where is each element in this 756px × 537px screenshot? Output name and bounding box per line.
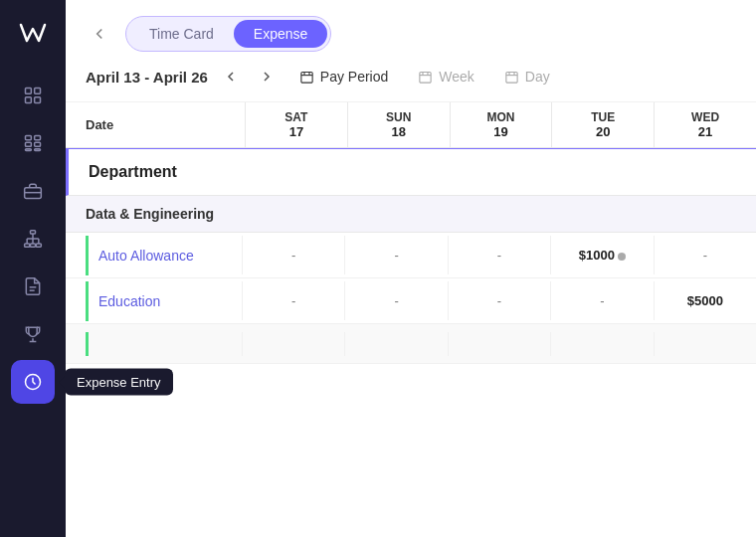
section-data-engineering: Data & Engineering <box>66 196 756 233</box>
week-label: Week <box>439 69 474 85</box>
table-body: Department Data & Engineering Auto Allow… <box>66 148 756 537</box>
section-name: Data & Engineering <box>86 206 214 222</box>
svg-rect-0 <box>26 89 32 94</box>
prev-period-button[interactable] <box>218 64 244 90</box>
sidebar-item-briefcase[interactable] <box>11 169 55 213</box>
svg-rect-7 <box>35 142 41 146</box>
main-content: Time Card Expense April 13 - April 26 <box>66 0 756 537</box>
svg-rect-1 <box>35 89 41 94</box>
sidebar: Expense Entry <box>0 0 66 537</box>
table-row-partial <box>66 324 756 364</box>
svg-rect-6 <box>26 142 32 146</box>
date-column-header: Date <box>86 107 245 142</box>
pay-period-label: Pay Period <box>320 69 388 85</box>
row-cells-partial <box>242 332 756 356</box>
table-column-headers: Date SAT 17 SUN 18 MON 19 TUE 20 WED 21 <box>66 102 756 148</box>
days-headers: SAT 17 SUN 18 MON 19 TUE 20 WED 21 <box>245 102 756 147</box>
date-navigation: April 13 - April 26 Pay Period <box>86 64 736 90</box>
day-header-wed: WED 21 <box>654 102 756 147</box>
cell-mon-edu: - <box>448 281 550 320</box>
svg-rect-12 <box>31 231 36 234</box>
svg-rect-24 <box>301 72 312 83</box>
row-label-partial <box>86 332 242 356</box>
cell-sun-edu: - <box>344 281 447 320</box>
svg-rect-32 <box>506 72 517 83</box>
day-label: Day <box>525 69 550 85</box>
back-button[interactable] <box>86 20 113 48</box>
sidebar-navigation: Expense Entry <box>0 74 66 525</box>
cell-sun-auto: - <box>344 236 447 274</box>
sidebar-item-org[interactable] <box>11 217 55 261</box>
row-cells: - - - - $5000 <box>242 281 756 320</box>
day-header-sat: SAT 17 <box>245 102 347 147</box>
svg-rect-3 <box>35 97 41 103</box>
next-period-button[interactable] <box>254 64 280 90</box>
tab-time-card[interactable]: Time Card <box>129 20 234 48</box>
tab-expense[interactable]: Expense <box>234 20 327 48</box>
svg-rect-5 <box>35 136 41 140</box>
sidebar-item-clock[interactable]: Expense Entry <box>11 360 55 404</box>
cell-sat-auto: - <box>242 236 344 274</box>
page-header: Time Card Expense April 13 - April 26 <box>66 0 756 102</box>
day-header-tue: TUE 20 <box>551 102 654 147</box>
date-range-label: April 13 - April 26 <box>86 69 208 86</box>
svg-rect-2 <box>26 97 32 103</box>
svg-rect-14 <box>31 244 36 247</box>
day-header-mon: MON 19 <box>450 102 552 147</box>
sidebar-logo <box>12 12 54 54</box>
sidebar-item-grid[interactable] <box>11 74 55 117</box>
svg-rect-9 <box>35 149 41 151</box>
row-cells: - - - $1000 - <box>242 236 756 274</box>
status-dot <box>618 253 626 261</box>
svg-rect-4 <box>26 136 32 140</box>
department-label: Department <box>89 163 177 181</box>
view-pay-period[interactable]: Pay Period <box>289 65 398 89</box>
view-day[interactable]: Day <box>494 65 560 89</box>
tab-switcher: Time Card Expense <box>125 16 331 52</box>
svg-rect-15 <box>36 244 41 247</box>
view-week[interactable]: Week <box>408 65 484 89</box>
svg-rect-13 <box>25 244 30 247</box>
cell-tue-auto: $1000 <box>550 236 653 274</box>
svg-rect-8 <box>26 149 32 151</box>
cell-mon-auto: - <box>448 236 550 274</box>
sidebar-item-trophy[interactable] <box>11 312 55 356</box>
cell-sat-edu: - <box>242 281 344 320</box>
row-label-education[interactable]: Education <box>86 281 242 321</box>
cell-wed-auto: - <box>654 236 756 274</box>
row-label-auto-allowance[interactable]: Auto Allowance <box>86 236 242 275</box>
svg-rect-28 <box>420 72 431 83</box>
sidebar-item-apps[interactable] <box>11 121 55 165</box>
sidebar-item-document[interactable] <box>11 265 55 308</box>
cell-tue-edu: - <box>550 281 653 320</box>
table-row: Auto Allowance - - - $1000 - <box>66 233 756 278</box>
day-header-sun: SUN 18 <box>347 102 450 147</box>
table-row: Education - - - - $5000 <box>66 278 756 324</box>
department-row: Department <box>66 148 756 196</box>
cell-wed-edu: $5000 <box>654 281 756 320</box>
